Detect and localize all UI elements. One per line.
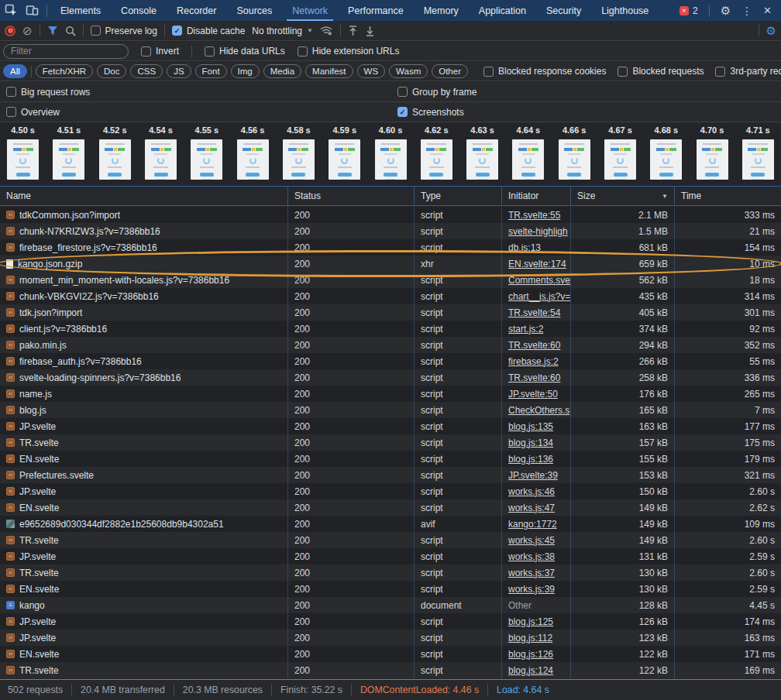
initiator-link[interactable]: JP.svelte:39 — [508, 470, 558, 481]
checkbox-screenshots[interactable]: ✓Screenshots — [397, 107, 464, 118]
tab-sources[interactable]: Sources — [226, 0, 282, 21]
initiator-link[interactable]: works.js:46 — [508, 486, 555, 497]
filter-chip-other[interactable]: Other — [432, 64, 468, 78]
table-row[interactable]: JP.svelte200scriptblog.js:112123 kB163 m… — [0, 630, 781, 646]
page-screenshot-thumbnail[interactable] — [650, 139, 682, 180]
initiator-link[interactable]: JP.svelte:50 — [508, 389, 558, 400]
initiator-link[interactable]: blog.js:134 — [508, 438, 553, 448]
filter-chip-fetch-xhr[interactable]: Fetch/XHR — [36, 64, 93, 78]
table-row[interactable]: e9652689d030344df2882e1b25608db9b4302a51… — [0, 516, 781, 532]
filter-chip-doc[interactable]: Doc — [97, 64, 126, 78]
filter-chip-wasm[interactable]: Wasm — [389, 64, 428, 78]
table-row[interactable]: JP.svelte200scriptworks.js:46150 kB2.60 … — [0, 483, 781, 499]
import-har-icon[interactable] — [348, 26, 358, 36]
page-screenshot-thumbnail[interactable] — [283, 139, 315, 180]
tab-application[interactable]: Application — [469, 0, 536, 21]
tab-security[interactable]: Security — [536, 0, 591, 21]
initiator-link[interactable]: CheckOthers.s — [508, 405, 569, 416]
page-screenshot-thumbnail[interactable] — [375, 139, 407, 180]
filter-chip-all[interactable]: All — [3, 64, 27, 78]
tab-recorder[interactable]: Recorder — [167, 0, 226, 21]
close-devtools-icon[interactable]: ✕ — [763, 5, 772, 15]
table-row[interactable]: moment_min_moment-with-locales.js?v=7386… — [0, 272, 781, 288]
initiator-link[interactable]: works.js:45 — [508, 535, 555, 546]
initiator-link[interactable]: Comments.sve — [508, 275, 570, 286]
initiator-link[interactable]: db.js:13 — [508, 242, 541, 253]
table-row[interactable]: TR.svelte200scriptblog.js:124122 kB169 m… — [0, 662, 781, 678]
page-screenshot-thumbnail[interactable] — [466, 139, 498, 180]
checkbox-overview[interactable]: Overview — [6, 107, 60, 118]
table-row[interactable]: JP.svelte200scriptblog.js:125126 kB174 m… — [0, 613, 781, 630]
table-row[interactable]: TR.svelte200scriptworks.js:37130 kB2.60 … — [0, 564, 781, 581]
error-count-badge[interactable]: ✕ 2 — [680, 5, 698, 16]
checkbox-big-request-rows[interactable]: Big request rows — [6, 87, 90, 98]
inspect-element-icon[interactable] — [5, 4, 18, 17]
checkbox-preserve-log[interactable]: Preserve log — [91, 26, 157, 36]
filter-chip-js[interactable]: JS — [167, 64, 191, 78]
page-screenshot-thumbnail[interactable] — [99, 139, 131, 180]
table-row[interactable]: kango.json.gzip200xhrEN.svelte:174659 kB… — [0, 256, 781, 272]
initiator-link[interactable]: TR.svelte:54 — [508, 307, 560, 318]
table-row[interactable]: EN.svelte200scriptworks.js:47149 kB2.62 … — [0, 499, 781, 516]
table-row[interactable]: svelte-loading-spinners.js?v=7386bb16200… — [0, 369, 781, 386]
network-settings-gear-icon[interactable]: ⚙ — [766, 25, 776, 36]
table-row[interactable]: TR.svelte200scriptblog.js:134157 kB175 m… — [0, 434, 781, 451]
table-row[interactable]: JP.svelte200scriptblog.js:135163 kB177 m… — [0, 418, 781, 434]
tab-lighthouse[interactable]: Lighthouse — [591, 0, 659, 21]
throttling-dropdown[interactable]: No throttling ▼ — [252, 26, 313, 36]
page-screenshot-thumbnail[interactable] — [421, 139, 452, 180]
page-screenshot-thumbnail[interactable] — [559, 139, 590, 180]
tab-memory[interactable]: Memory — [414, 0, 469, 21]
checkbox-blocked-requests[interactable]: Blocked requests — [618, 66, 704, 77]
toggle-device-toolbar-icon[interactable] — [26, 5, 39, 16]
filter-funnel-icon[interactable] — [47, 26, 58, 36]
column-header-name[interactable]: Name — [0, 187, 288, 205]
search-icon[interactable] — [65, 26, 76, 36]
tab-performance[interactable]: Performance — [338, 0, 414, 21]
page-screenshot-thumbnail[interactable] — [7, 139, 39, 180]
table-row[interactable]: TR.svelte200scriptworks.js:45149 kB2.60 … — [0, 532, 781, 548]
filter-chip-manifest[interactable]: Manifest — [305, 64, 353, 78]
tab-console[interactable]: Console — [111, 0, 167, 21]
page-screenshot-thumbnail[interactable] — [237, 139, 269, 180]
checkbox-hide-extension-urls[interactable]: Hide extension URLs — [298, 46, 400, 57]
initiator-link[interactable]: works.js:39 — [508, 584, 555, 595]
page-screenshot-thumbnail[interactable] — [145, 139, 177, 180]
filter-chip-media[interactable]: Media — [263, 64, 301, 78]
table-row[interactable]: blog.js200scriptCheckOthers.s165 kB7 ms — [0, 402, 781, 418]
initiator-link[interactable]: start.js:2 — [508, 324, 543, 335]
checkbox-invert[interactable]: Invert — [141, 46, 179, 57]
table-row[interactable]: EN.svelte200scriptworks.js:39130 kB2.59 … — [0, 581, 781, 597]
initiator-link[interactable]: blog.js:126 — [508, 649, 553, 660]
checkbox-3rd-party-requests[interactable]: 3rd-party requests — [715, 66, 781, 77]
filter-chip-ws[interactable]: WS — [357, 64, 386, 78]
table-row[interactable]: name.js200scriptJP.svelte:50176 kB265 ms — [0, 386, 781, 402]
more-options-kebab-icon[interactable]: ⋮ — [741, 5, 752, 16]
table-row[interactable]: Prefectures.svelte200scriptJP.svelte:391… — [0, 467, 781, 483]
filter-input[interactable] — [3, 44, 129, 59]
page-screenshot-thumbnail[interactable] — [329, 139, 360, 180]
table-row[interactable]: EN.svelte200scriptblog.js:126122 kB171 m… — [0, 646, 781, 662]
page-screenshot-thumbnail[interactable] — [697, 139, 728, 180]
initiator-link[interactable]: works.js:37 — [508, 568, 555, 578]
initiator-link[interactable]: TR.svelte:60 — [508, 372, 560, 383]
page-screenshot-thumbnail[interactable] — [53, 139, 84, 180]
checkbox-blocked-response-cookies[interactable]: Blocked response cookies — [483, 66, 606, 77]
table-row[interactable]: JP.svelte200scriptworks.js:38131 kB2.59 … — [0, 548, 781, 564]
table-row[interactable]: chunk-N7KRIZW3.js?v=7386bb16200scriptsve… — [0, 223, 781, 239]
initiator-link[interactable]: TR.svelte:60 — [508, 340, 560, 351]
table-row[interactable]: pako.min.js200scriptTR.svelte:60294 kB35… — [0, 337, 781, 353]
table-row[interactable]: firebase_firestore.js?v=7386bb16200scrip… — [0, 239, 781, 256]
initiator-link[interactable]: firebase.js:2 — [508, 356, 559, 367]
column-header-type[interactable]: Type — [415, 187, 502, 205]
initiator-link[interactable]: works.js:38 — [508, 551, 555, 562]
column-header-status[interactable]: Status — [288, 187, 415, 205]
checkbox-group-by-frame[interactable]: Group by frame — [397, 87, 477, 98]
initiator-link[interactable]: blog.js:124 — [508, 665, 553, 676]
initiator-link[interactable]: blog.js:135 — [508, 421, 553, 432]
page-screenshot-thumbnail[interactable] — [742, 139, 774, 180]
filter-chip-font[interactable]: Font — [195, 64, 227, 78]
filter-chip-img[interactable]: Img — [231, 64, 260, 78]
initiator-link[interactable]: blog.js:125 — [508, 616, 553, 627]
page-screenshot-thumbnail[interactable] — [191, 139, 222, 180]
